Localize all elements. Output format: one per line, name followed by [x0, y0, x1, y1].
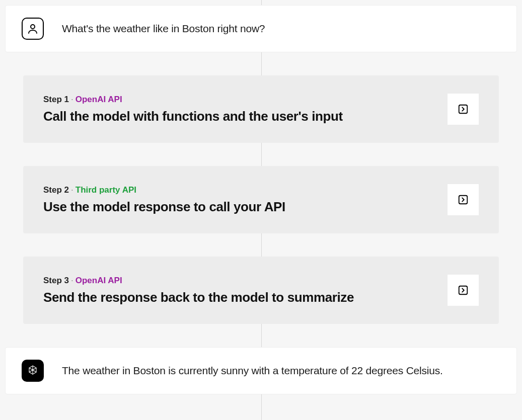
assistant-icon [22, 360, 44, 382]
step-title: Use the model response to call your API [43, 199, 435, 215]
expand-button[interactable] [448, 275, 479, 306]
svg-rect-2 [459, 196, 468, 204]
step-label: Step 2 [43, 185, 69, 195]
step-tag: OpenAI API [76, 95, 122, 104]
user-icon [22, 18, 44, 40]
assistant-message-text: The weather in Boston is currently sunny… [62, 365, 443, 377]
step-card-3: Step 3·OpenAI API Send the response back… [23, 257, 499, 324]
chevron-right-box-icon [458, 104, 469, 115]
svg-point-0 [31, 25, 35, 29]
svg-rect-1 [459, 105, 468, 114]
step-title: Call the model with functions and the us… [43, 109, 435, 124]
step-card-1: Step 1·OpenAI API Call the model with fu… [23, 75, 499, 143]
step-tag: Third party API [76, 185, 136, 195]
chevron-right-box-icon [458, 285, 469, 296]
diagram-content: What's the weather like in Boston right … [0, 0, 522, 399]
user-message-box: What's the weather like in Boston right … [5, 5, 517, 52]
svg-rect-3 [459, 286, 468, 295]
step-meta: Step 3·OpenAI API [43, 276, 435, 286]
assistant-message-box: The weather in Boston is currently sunny… [5, 347, 517, 394]
steps-container: Step 1·OpenAI API Call the model with fu… [5, 75, 517, 324]
user-message-text: What's the weather like in Boston right … [62, 23, 265, 35]
step-tag: OpenAI API [76, 276, 122, 285]
step-title: Send the response back to the model to s… [43, 290, 435, 305]
expand-button[interactable] [448, 94, 479, 125]
chevron-right-box-icon [458, 194, 469, 205]
expand-button[interactable] [448, 184, 479, 215]
step-meta: Step 2·Third party API [43, 185, 435, 195]
step-label: Step 1 [43, 95, 69, 104]
step-label: Step 3 [43, 276, 69, 285]
step-meta: Step 1·OpenAI API [43, 95, 435, 105]
step-card-2: Step 2·Third party API Use the model res… [23, 166, 499, 233]
